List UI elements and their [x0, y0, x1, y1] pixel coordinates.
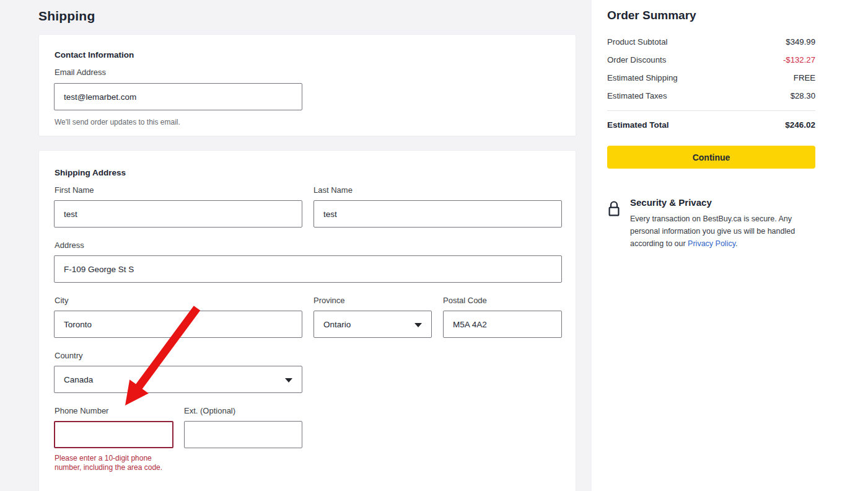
shipping-address-heading: Shipping Address [55, 168, 126, 177]
last-name-input[interactable] [313, 200, 562, 228]
first-name-label: First Name [55, 185, 94, 195]
order-summary-rows: Product Subtotal $349.99 Order Discounts… [607, 33, 815, 105]
order-summary-panel: Order Summary Product Subtotal $349.99 O… [592, 0, 868, 491]
country-selected-value: Canada [64, 375, 93, 384]
phone-error-message: Please enter a 10-digit phone number, in… [55, 454, 165, 472]
estimated-total-value: $246.02 [785, 120, 815, 130]
phone-number-label: Phone Number [55, 406, 108, 415]
first-name-input[interactable] [54, 200, 302, 228]
email-label: Email Address [55, 68, 106, 77]
postal-code-input[interactable] [443, 311, 562, 338]
continue-button[interactable]: Continue [607, 146, 815, 169]
lock-icon [607, 197, 621, 250]
estimated-total-row: Estimated Total $246.02 [607, 115, 815, 134]
ext-label: Ext. (Optional) [184, 406, 235, 415]
shipping-address-card: Shipping Address First Name Last Name Ad… [38, 150, 576, 491]
address-input[interactable] [54, 255, 562, 283]
postal-code-label: Postal Code [443, 296, 487, 305]
country-select[interactable]: Canada [54, 366, 302, 393]
city-label: City [55, 296, 68, 305]
page-title: Shipping [38, 9, 95, 24]
shipping-form-column: Shipping Contact Information Email Addre… [0, 0, 592, 491]
summary-row-estimated-taxes: Estimated Taxes $28.30 [607, 87, 815, 105]
chevron-down-icon [285, 378, 292, 383]
summary-row-value: $349.99 [786, 37, 815, 46]
summary-row-order-discounts: Order Discounts -$132.27 [607, 51, 815, 69]
summary-row-label: Estimated Taxes [607, 91, 667, 100]
security-privacy-heading: Security & Privacy [630, 197, 813, 208]
phone-number-input[interactable] [54, 421, 173, 448]
city-input[interactable] [54, 311, 302, 338]
chevron-down-icon [414, 323, 422, 327]
estimated-total-label: Estimated Total [607, 120, 669, 130]
ext-input[interactable] [184, 421, 302, 448]
summary-row-product-subtotal: Product Subtotal $349.99 [607, 33, 815, 51]
last-name-label: Last Name [313, 185, 353, 195]
summary-row-label: Product Subtotal [607, 37, 668, 46]
security-privacy-body: Every transaction on BestBuy.ca is secur… [630, 213, 813, 250]
order-summary-heading: Order Summary [607, 9, 853, 22]
summary-row-estimated-shipping: Estimated Shipping FREE [607, 69, 815, 87]
summary-row-label: Order Discounts [607, 55, 666, 64]
province-select[interactable]: Ontario [313, 311, 432, 338]
security-body-period: . [735, 239, 737, 248]
checkout-shipping-page: Shipping Contact Information Email Addre… [0, 0, 868, 491]
summary-row-value: -$132.27 [783, 55, 815, 64]
summary-divider [607, 110, 815, 111]
security-privacy-text: Security & Privacy Every transaction on … [630, 197, 813, 250]
province-label: Province [313, 296, 345, 305]
contact-information-heading: Contact Information [55, 50, 134, 60]
privacy-policy-link[interactable]: Privacy Policy [688, 239, 735, 248]
summary-row-value: FREE [794, 73, 815, 82]
address-label: Address [55, 241, 84, 250]
email-helper-text: We'll send order updates to this email. [55, 118, 180, 126]
email-input[interactable] [54, 83, 302, 110]
summary-row-label: Estimated Shipping [607, 73, 678, 82]
contact-information-card: Contact Information Email Address We'll … [38, 34, 576, 136]
security-privacy-section: Security & Privacy Every transaction on … [607, 197, 824, 250]
province-selected-value: Ontario [323, 320, 351, 329]
summary-row-value: $28.30 [791, 91, 815, 100]
country-label: Country [55, 351, 83, 360]
